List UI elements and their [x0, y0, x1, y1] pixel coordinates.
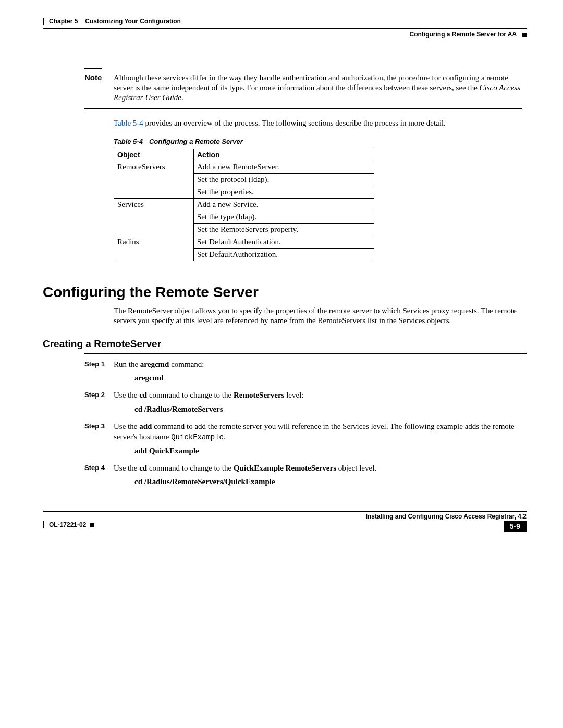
- header-section-right: Configuring a Remote Server for AA: [43, 31, 527, 38]
- step-4: Step 4 Use the cd command to change to t…: [84, 463, 527, 473]
- cell-action: Set DefaultAuthentication.: [194, 236, 374, 248]
- footer-doc-id: OL-17221-02: [49, 521, 86, 528]
- step-label: Step 1: [84, 359, 114, 369]
- note-top-rule: [84, 68, 102, 69]
- step-text: Use the: [114, 464, 139, 472]
- footer-square-icon: [90, 523, 94, 527]
- header-section-title: Configuring a Remote Server for AA: [410, 31, 517, 38]
- step-2: Step 2 Use the cd command to change to t…: [84, 390, 527, 400]
- step-text: Use the: [114, 422, 139, 430]
- step-text: level:: [284, 391, 303, 399]
- note-label: Note: [84, 73, 114, 103]
- step-text: Use the: [114, 391, 139, 399]
- table-reference-link[interactable]: Table 5-4: [114, 119, 143, 127]
- cell-action: Set DefaultAuthorization.: [194, 248, 374, 261]
- step-text: command to change to the: [147, 464, 234, 472]
- note-body: Although these services differ in the wa…: [114, 73, 508, 92]
- table-row: Services Add a new Service.: [114, 198, 374, 211]
- note-bottom-rule: [84, 108, 522, 109]
- note-text: Although these services differ in the wa…: [114, 73, 522, 103]
- footer-rule: [43, 511, 527, 512]
- step-body: Use the cd command to change to the Quic…: [114, 463, 527, 473]
- chapter-title: Customizing Your Configuration: [85, 18, 181, 25]
- step-cmd-ref: add: [139, 422, 152, 430]
- step-1-command: aregcmd: [134, 374, 527, 382]
- th-object: Object: [114, 149, 194, 161]
- step-text: object level.: [336, 464, 376, 472]
- subsection-heading: Creating a RemoteServer: [43, 338, 527, 350]
- step-cmd-ref: cd: [139, 464, 147, 472]
- step-text: Run the: [114, 360, 140, 368]
- cell-action: Set the type (ldap).: [194, 211, 374, 223]
- chapter-label: Chapter 5: [49, 18, 78, 25]
- step-4-command: cd /Radius/RemoteServers/QuickExample: [134, 477, 527, 486]
- cell-action: Add a new RemoteServer.: [194, 161, 374, 173]
- step-object-ref: QuickExample RemoteServers: [234, 464, 336, 472]
- step-hostname: QuickExample: [171, 433, 224, 441]
- cell-action: Set the RemoteServers property.: [194, 223, 374, 236]
- page-number: 5-9: [504, 521, 527, 532]
- table-title: Configuring a Remote Server: [149, 138, 243, 145]
- step-3: Step 3 Use the add command to add the re…: [84, 421, 527, 442]
- step-2-command: cd /Radius/RemoteServers: [134, 405, 527, 414]
- cell-action: Add a new Service.: [194, 198, 374, 211]
- step-body: Use the cd command to change to the Remo…: [114, 390, 527, 400]
- footer-left: OL-17221-02: [43, 521, 96, 528]
- note-block: Note Although these services differ in t…: [84, 68, 522, 109]
- double-rule: [84, 352, 527, 354]
- step-text: command to change to the: [147, 391, 234, 399]
- step-cmd-ref: cd: [139, 391, 147, 399]
- header-square-icon: [522, 33, 527, 37]
- cell-action: Set the properties.: [194, 186, 374, 198]
- th-action: Action: [194, 149, 374, 161]
- header-rule: [43, 28, 527, 29]
- step-object-ref: RemoteServers: [234, 391, 284, 399]
- table-row: RemoteServers Add a new RemoteServer.: [114, 161, 374, 173]
- intro-paragraph: Table 5-4 provides an overview of the pr…: [114, 118, 522, 128]
- table-header-row: Object Action: [114, 149, 374, 161]
- step-label: Step 2: [84, 390, 114, 400]
- section-intro: The RemoteServer object allows you to sp…: [114, 306, 522, 326]
- intro-rest: provides an overview of the process. The…: [143, 119, 446, 127]
- cell-object: Services: [114, 198, 194, 236]
- running-header: Chapter 5 Customizing Your Configuration: [43, 18, 527, 25]
- table-row: Radius Set DefaultAuthentication.: [114, 236, 374, 248]
- section-heading: Configuring the Remote Server: [43, 284, 527, 301]
- cell-action: Set the protocol (ldap).: [194, 173, 374, 186]
- step-body: Run the aregcmd command:: [114, 359, 527, 369]
- table-number: Table 5-4: [114, 138, 143, 145]
- step-text: command:: [169, 360, 204, 368]
- step-label: Step 3: [84, 421, 114, 442]
- note-period: .: [181, 93, 183, 102]
- step-text: .: [224, 433, 226, 441]
- cell-object: RemoteServers: [114, 161, 194, 198]
- config-table: Object Action RemoteServers Add a new Re…: [114, 149, 374, 261]
- table-caption: Table 5-4Configuring a Remote Server: [114, 138, 527, 145]
- cell-object: Radius: [114, 236, 194, 261]
- step-3-command: add QuickExample: [134, 447, 527, 455]
- step-label: Step 4: [84, 463, 114, 473]
- footer-book-title: Installing and Configuring Cisco Access …: [43, 513, 527, 520]
- footer-bottom: OL-17221-02 5-9: [43, 521, 527, 532]
- step-cmd-ref: aregcmd: [140, 360, 169, 368]
- step-body: Use the add command to add the remote se…: [114, 421, 527, 442]
- step-1: Step 1 Run the aregcmd command:: [84, 359, 527, 369]
